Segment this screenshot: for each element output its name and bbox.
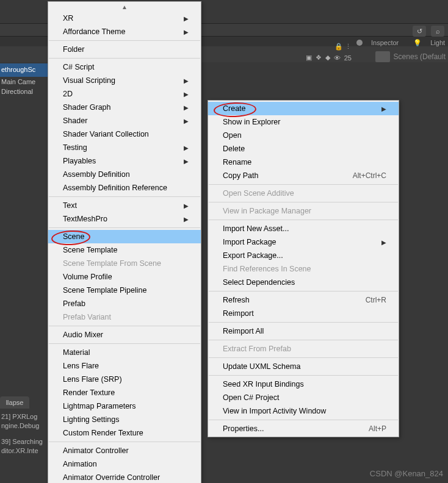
menu-item[interactable]: Custom Render Texture [48, 426, 201, 440]
menu-item[interactable]: Animator Controller [48, 444, 201, 457]
menu-item-label: Shader [63, 116, 87, 125]
menu-item-label: Playables [63, 157, 96, 165]
menu-item[interactable]: Shader Variant Collection [48, 127, 201, 141]
submenu-arrow-icon: ▶ [184, 145, 189, 151]
menu-item-label: Visual Scripting [63, 76, 115, 85]
menu-item[interactable]: Text▶ [48, 199, 201, 212]
menu-item[interactable]: Scene [48, 230, 201, 243]
menu-item[interactable]: Assembly Definition [48, 168, 201, 181]
collapse-tab[interactable]: llapse [0, 396, 29, 409]
project-toolbar-icons: ▣ ❖ ◆ 👁 25 [306, 54, 352, 62]
menu-separator [209, 202, 398, 202]
menu-item: View in Package Manager [208, 204, 399, 218]
menu-item[interactable]: Animator Override Controller [48, 471, 201, 483]
menu-item[interactable]: Testing▶ [48, 141, 201, 154]
menu-item[interactable]: Material [48, 346, 201, 359]
menu-item[interactable]: Seed XR Input Bindings [208, 377, 399, 391]
menu-separator [209, 291, 398, 292]
menu-item[interactable]: Reimport [208, 307, 399, 320]
menu-separator [209, 184, 398, 185]
menu-separator [49, 40, 200, 41]
submenu-arrow-icon: ▶ [184, 104, 189, 111]
log-line: 39] Searching [1, 437, 43, 446]
menu-item-label: 2D [63, 90, 73, 98]
menu-item-label: Update UXML Schema [223, 362, 300, 371]
history-icon[interactable]: ↺ [413, 26, 426, 37]
menu-item-label: Refresh [223, 296, 250, 304]
menu-item-label: Testing [63, 143, 87, 152]
filter-icon[interactable]: ▣ [306, 54, 312, 62]
menu-item[interactable]: Lens Flare (SRP) [48, 373, 201, 386]
menu-item[interactable]: Affordance Theme▶ [48, 25, 201, 38]
menu-item[interactable]: Shader▶ [48, 114, 201, 127]
lock-icon[interactable]: 🔒 ⋮ [334, 43, 352, 51]
menu-item-label: Copy Path [223, 171, 258, 180]
tag-icon[interactable]: ◆ [325, 54, 330, 62]
menu-item-label: Prefab [63, 299, 85, 308]
menu-item[interactable]: TextMeshPro▶ [48, 212, 201, 226]
menu-item[interactable]: Open C# Project [208, 391, 399, 404]
menu-item[interactable]: Rename [208, 156, 399, 169]
menu-item[interactable]: Copy PathAlt+Ctrl+C [208, 169, 399, 182]
menu-item[interactable]: Lighting Settings [48, 413, 201, 426]
menu-shortcut: Alt+P [369, 424, 386, 433]
hierarchy-item[interactable]: Main Came [1, 78, 35, 85]
visibility-icon[interactable]: 👁 [334, 54, 341, 62]
menu-item-label: Seed XR Input Bindings [223, 380, 304, 388]
hierarchy-item[interactable]: Directional [1, 88, 33, 95]
menu-item[interactable]: RefreshCtrl+R [208, 293, 399, 307]
menu-item[interactable]: Playables▶ [48, 154, 201, 168]
menu-item-label: Lighting Settings [63, 415, 119, 424]
menu-item-label: Open C# Project [223, 393, 279, 402]
create-submenu[interactable]: ▲XR▶Affordance Theme▶FolderC# ScriptVisu… [48, 1, 201, 483]
lighting-tab[interactable]: Light [430, 39, 445, 46]
submenu-arrow-icon: ▶ [381, 106, 386, 112]
menu-item[interactable]: Shader Graph▶ [48, 101, 201, 114]
menu-shortcut: Alt+Ctrl+C [353, 171, 386, 180]
menu-item[interactable]: Show in Explorer [208, 115, 399, 129]
menu-item[interactable]: Lens Flare [48, 359, 201, 373]
assets-context-menu[interactable]: Create▶Show in ExplorerOpenDeleteRenameC… [208, 100, 399, 437]
menu-item[interactable]: Delete [208, 142, 399, 156]
menu-item[interactable]: View in Import Activity Window [208, 404, 399, 418]
search-icon[interactable]: ⌕ [431, 26, 444, 37]
menu-item[interactable]: XR▶ [48, 12, 201, 25]
scroll-up-arrow[interactable]: ▲ [48, 3, 201, 12]
menu-item[interactable]: Animation [48, 457, 201, 471]
menu-item[interactable]: Assembly Definition Reference [48, 181, 201, 195]
menu-item-label: Import Package [223, 238, 276, 246]
menu-item[interactable]: Prefab [48, 297, 201, 310]
menu-item[interactable]: Create▶ [208, 102, 399, 115]
hierarchy-item[interactable]: ethroughSc [1, 66, 35, 73]
menu-item-label: Scene Template [63, 246, 117, 254]
menu-item[interactable]: Folder [48, 43, 201, 56]
menu-item[interactable]: Export Package... [208, 249, 399, 262]
menu-item[interactable]: Properties...Alt+P [208, 422, 399, 435]
menu-item-label: Reimport [223, 309, 254, 318]
menu-item[interactable]: Import New Asset... [208, 222, 399, 235]
menu-item[interactable]: Scene Template Pipeline [48, 284, 201, 297]
menu-item[interactable]: Select Dependencies [208, 276, 399, 289]
menu-item[interactable]: Volume Profile [48, 270, 201, 284]
menu-item-label: Material [63, 348, 90, 357]
menu-item-label: Extract From Prefab [223, 345, 291, 353]
menu-item[interactable]: Visual Scripting▶ [48, 74, 201, 87]
menu-item[interactable]: C# Script [48, 60, 201, 74]
menu-item[interactable]: Scene Template [48, 243, 201, 257]
menu-item[interactable]: Lightmap Parameters [48, 399, 201, 413]
menu-item[interactable]: 2D▶ [48, 87, 201, 101]
menu-item[interactable]: Audio Mixer [48, 328, 201, 342]
menu-item[interactable]: Render Texture [48, 386, 201, 399]
inspector-tab[interactable]: Inspector [371, 39, 399, 46]
menu-item[interactable]: Import Package▶ [208, 235, 399, 249]
menu-item-label: Rename [223, 158, 251, 166]
menu-item-label: Properties... [223, 424, 264, 433]
menu-item[interactable]: Reimport All [208, 324, 399, 338]
menu-item[interactable]: Update UXML Schema [208, 360, 399, 373]
menu-item[interactable]: Open [208, 129, 399, 142]
menu-item: Extract From Prefab [208, 342, 399, 356]
inspector-tabs: Inspector 💡 Light [356, 38, 448, 48]
menu-separator [209, 420, 398, 420]
hierarchy-icon[interactable]: ❖ [316, 54, 322, 62]
menu-item-label: Text [63, 201, 77, 210]
